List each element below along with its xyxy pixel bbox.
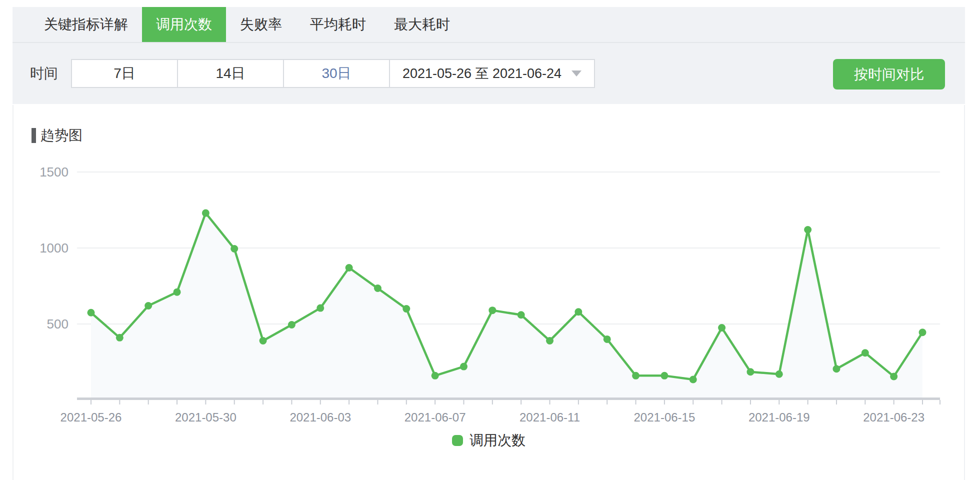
data-point[interactable]	[890, 372, 898, 380]
data-point[interactable]	[432, 372, 439, 380]
header-card: 关键指标详解 调用次数 失败率 平均耗时 最大耗时 时间 7日 14日 30日 …	[12, 7, 965, 104]
data-point[interactable]	[346, 264, 353, 272]
x-axis-label: 2021-06-11	[520, 410, 580, 424]
date-range-button-group: 7日 14日 30日 2021-05-26 至 2021-06-24	[71, 59, 595, 88]
x-axis-line	[77, 398, 940, 400]
data-point[interactable]	[260, 337, 267, 344]
tab-avg-time[interactable]: 平均耗时	[296, 7, 380, 42]
range-button-7d[interactable]: 7日	[71, 59, 177, 88]
x-axis-label: 2021-06-07	[404, 410, 466, 424]
data-point[interactable]	[660, 372, 668, 380]
data-point[interactable]	[374, 284, 382, 292]
data-point[interactable]	[919, 328, 926, 336]
caret-down-icon	[572, 70, 582, 76]
date-range-picker[interactable]: 2021-05-26 至 2021-06-24	[389, 59, 595, 88]
data-point[interactable]	[718, 324, 726, 332]
y-axis-label: 1000	[40, 240, 68, 256]
data-point[interactable]	[402, 305, 410, 312]
tab-key-metrics-detail[interactable]: 关键指标详解	[30, 7, 142, 42]
x-axis-label: 2021-06-03	[290, 410, 351, 424]
data-point[interactable]	[144, 302, 152, 310]
x-axis-label: 2021-06-23	[863, 410, 924, 424]
data-point[interactable]	[832, 365, 840, 372]
data-point[interactable]	[316, 304, 324, 312]
data-point[interactable]	[632, 372, 640, 380]
data-point[interactable]	[518, 311, 525, 318]
x-axis-label: 2021-05-30	[175, 410, 236, 424]
data-point[interactable]	[604, 336, 611, 343]
compare-by-time-button[interactable]: 按时间对比	[833, 59, 945, 90]
data-point[interactable]	[804, 226, 812, 234]
data-point[interactable]	[488, 306, 496, 314]
data-point[interactable]	[230, 245, 238, 252]
x-axis-label: 2021-05-26	[60, 410, 122, 424]
range-button-30d[interactable]: 30日	[283, 59, 389, 88]
data-point[interactable]	[116, 334, 124, 342]
legend-marker	[452, 435, 463, 446]
legend-label: 调用次数	[470, 431, 526, 450]
x-axis-label: 2021-06-15	[634, 410, 696, 424]
chart-legend[interactable]: 调用次数	[14, 431, 964, 450]
tab-failure-rate[interactable]: 失败率	[226, 7, 296, 42]
data-point[interactable]	[776, 370, 783, 378]
data-point[interactable]	[546, 337, 554, 344]
range-button-14d[interactable]: 14日	[177, 59, 283, 88]
data-point[interactable]	[746, 368, 754, 376]
time-filter-label: 时间	[30, 64, 58, 83]
data-point[interactable]	[174, 288, 181, 296]
y-axis-label: 500	[47, 316, 68, 332]
data-point[interactable]	[690, 376, 697, 383]
tab-max-time[interactable]: 最大耗时	[380, 7, 464, 42]
trend-chart-card: 趋势图 500100015002021-05-262021-05-302021-…	[12, 105, 965, 480]
y-axis-label: 1500	[40, 164, 68, 180]
date-range-value: 2021-05-26 至 2021-06-24	[402, 64, 562, 82]
series-area-fill	[91, 213, 922, 398]
data-point[interactable]	[288, 321, 296, 328]
data-point[interactable]	[88, 309, 95, 316]
data-point[interactable]	[574, 308, 582, 316]
trend-line-chart: 500100015002021-05-262021-05-302021-06-0…	[14, 105, 966, 480]
tab-call-count[interactable]: 调用次数	[142, 7, 226, 42]
filter-bar: 时间 7日 14日 30日 2021-05-26 至 2021-06-24 按时…	[12, 43, 965, 104]
tab-bar: 关键指标详解 调用次数 失败率 平均耗时 最大耗时	[12, 7, 965, 43]
data-point[interactable]	[862, 349, 869, 356]
data-point[interactable]	[202, 210, 210, 217]
x-axis-label: 2021-06-19	[748, 410, 810, 424]
data-point[interactable]	[460, 363, 468, 370]
